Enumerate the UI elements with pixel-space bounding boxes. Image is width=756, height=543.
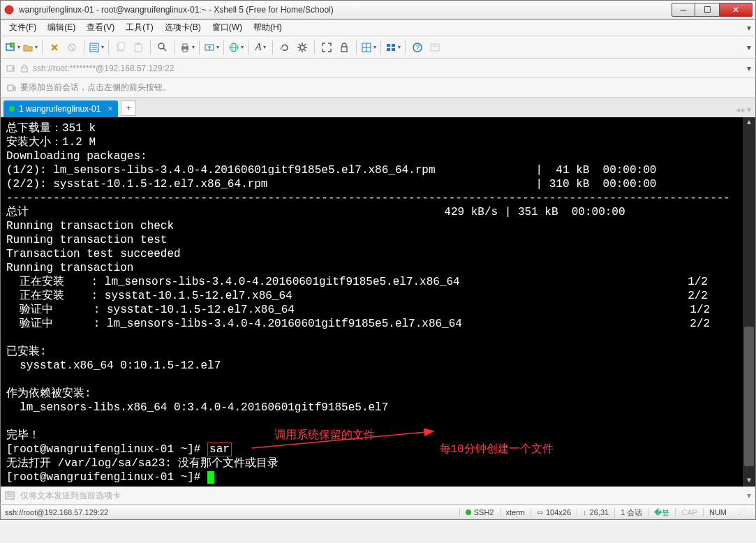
paste-button[interactable]: [131, 40, 146, 55]
status-address: ssh://root@192.168.57.129:22: [5, 508, 459, 516]
svg-line-5: [70, 45, 74, 50]
refresh-button[interactable]: [277, 40, 292, 55]
open-button[interactable]: [22, 40, 38, 55]
status-sessions: 1 会话: [614, 507, 648, 518]
addressbar: + ssh://root:********@192.168.57.129:22 …: [0, 59, 756, 78]
gear-button[interactable]: [295, 40, 310, 55]
svg-rect-18: [183, 49, 187, 52]
svg-rect-42: [431, 44, 439, 51]
session-tab[interactable]: 1 wangruifenglinux-01 ×: [3, 101, 118, 117]
address-overflow-icon[interactable]: ▾: [747, 64, 751, 73]
about-button[interactable]: [427, 40, 443, 55]
svg-line-15: [163, 48, 166, 51]
tab-next-icon[interactable]: ▸: [741, 105, 746, 114]
t-line: Downloading packages:: [6, 150, 147, 163]
font-button[interactable]: A: [253, 40, 268, 55]
t-line: 完毕！: [6, 429, 40, 442]
print-button[interactable]: [179, 40, 195, 55]
minimize-button[interactable]: ─: [672, 3, 695, 17]
terminal-container: 总下载量：351 k 安装大小：1.2 M Downloading packag…: [0, 117, 756, 486]
hint-icon: [6, 83, 16, 93]
cursor: [207, 471, 214, 484]
t-line: (1/2): lm_sensors-libs-3.4.0-4.20160601g…: [6, 164, 656, 177]
tab-close-icon[interactable]: ×: [108, 104, 112, 114]
status-ssh: SSH2: [459, 508, 500, 516]
svg-rect-13: [137, 43, 140, 45]
t-line: 总计 429 kB/s | 351 kB 00:00:00: [6, 206, 625, 218]
hintbar: 要添加当前会话，点击左侧的箭头按钮。: [0, 78, 756, 98]
copy-button[interactable]: [113, 40, 128, 55]
menu-window[interactable]: 窗口(W): [208, 20, 246, 35]
tab-menu-icon[interactable]: ▾: [747, 105, 751, 114]
properties-button[interactable]: [89, 40, 104, 55]
svg-point-23: [300, 45, 304, 50]
find-button[interactable]: [155, 40, 170, 55]
file-transfer-button[interactable]: [204, 40, 219, 55]
t-prompt: [root@wangruifenglinux-01 ~]#: [6, 443, 207, 456]
send-input[interactable]: 仅将文本发送到当前选项卡: [20, 490, 743, 502]
lock-icon: [20, 64, 29, 73]
t-line: 验证中 : sysstat-10.1.5-12.el7.x86_64 1/2: [6, 304, 710, 316]
t-line: sysstat.x86_64 0:10.1.5-12.el7: [6, 359, 221, 372]
scroll-up-icon[interactable]: ▲: [743, 117, 755, 128]
window-controls: ─ ☐ ✕: [672, 3, 753, 17]
green-dot-icon: [466, 509, 471, 515]
svg-rect-32: [341, 47, 347, 52]
svg-point-0: [5, 6, 13, 14]
svg-rect-17: [183, 44, 187, 47]
menu-overflow-icon[interactable]: ▾: [747, 23, 751, 33]
resize-grip-icon[interactable]: ⋰: [732, 508, 751, 517]
address-url[interactable]: ssh://root:********@192.168.57.129:22: [33, 64, 174, 73]
help-button[interactable]: ?: [410, 40, 425, 55]
maximize-button[interactable]: ☐: [695, 3, 719, 17]
scroll-down-icon[interactable]: ▼: [743, 475, 755, 486]
send-dropdown-icon[interactable]: ▾: [747, 491, 751, 500]
svg-text:+: +: [11, 42, 15, 48]
toolbar: + A ? ▾: [0, 36, 756, 59]
svg-rect-36: [387, 44, 390, 47]
t-line: lm_sensors-libs.x86_64 0:3.4.0-4.2016060…: [6, 401, 388, 414]
t-line: (2/2): sysstat-10.1.5-12.el7.x86_64.rpm …: [6, 178, 656, 191]
tab-prev-icon[interactable]: ◂: [736, 105, 740, 114]
t-line: Running transaction test: [6, 234, 167, 246]
new-tab-button[interactable]: +: [121, 101, 136, 116]
menu-help[interactable]: 帮助(H): [249, 20, 286, 35]
svg-rect-48: [6, 492, 14, 499]
terminal-scrollbar[interactable]: ▲ ▼: [743, 117, 755, 486]
disconnect-button[interactable]: [64, 40, 80, 55]
svg-rect-39: [392, 48, 395, 51]
fullscreen-button[interactable]: [319, 40, 334, 55]
reconnect-button[interactable]: [47, 40, 62, 55]
menu-tab[interactable]: 选项卡(B): [161, 20, 205, 35]
close-button[interactable]: ✕: [719, 3, 753, 17]
terminal[interactable]: 总下载量：351 k 安装大小：1.2 M Downloading packag…: [1, 117, 755, 486]
status-pos: ↕ 26,31: [577, 508, 614, 516]
status-cap: CAP: [675, 508, 703, 516]
send-icon[interactable]: [5, 491, 16, 500]
status-dot-icon: [9, 106, 15, 112]
globe-button[interactable]: [228, 40, 244, 55]
new-session-button[interactable]: +: [5, 40, 20, 55]
status-term: xterm: [500, 508, 531, 516]
svg-rect-12: [135, 44, 142, 52]
menu-view[interactable]: 查看(V): [82, 20, 119, 35]
svg-text:?: ?: [416, 44, 420, 52]
sendbar: 仅将文本发送到当前选项卡 ▾: [0, 486, 756, 505]
menu-file[interactable]: 文件(F): [5, 20, 40, 35]
view-mode-button[interactable]: [385, 40, 401, 55]
toolbar-overflow-icon[interactable]: ▾: [747, 43, 751, 52]
app-icon: [3, 4, 15, 15]
tabstrip: 1 wangruifenglinux-01 × + ◂ ▸ ▾: [0, 98, 756, 117]
session-add-icon[interactable]: +: [6, 64, 16, 73]
t-line: 安装大小：1.2 M: [6, 136, 96, 149]
menu-edit[interactable]: 编辑(E): [43, 20, 80, 35]
status-num: NUM: [703, 508, 732, 516]
svg-line-29: [304, 50, 306, 51]
menu-tools[interactable]: 工具(T): [121, 20, 157, 35]
lock-button[interactable]: [336, 40, 352, 55]
svg-line-28: [299, 44, 300, 45]
layout-button[interactable]: [361, 40, 376, 55]
t-line: Running transaction: [6, 262, 133, 274]
scroll-thumb[interactable]: [744, 327, 754, 466]
t-line: 作为依赖被安装:: [6, 387, 91, 400]
